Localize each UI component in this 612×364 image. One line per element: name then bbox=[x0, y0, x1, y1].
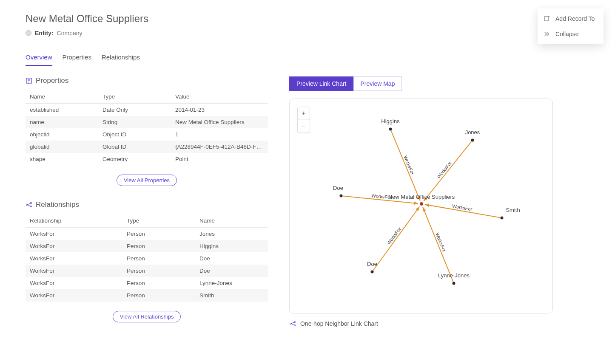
add-record-icon bbox=[544, 15, 550, 22]
props-cell-value: New Metal Office Suppliers bbox=[171, 116, 268, 128]
svg-text:New Metal Office Suppliers: New Metal Office Suppliers bbox=[388, 194, 455, 200]
svg-point-24 bbox=[420, 202, 423, 206]
table-row: WorksForPersonHiggins bbox=[26, 240, 268, 252]
svg-line-8 bbox=[424, 141, 472, 201]
props-cell-name: globalid bbox=[26, 141, 98, 153]
chevrons-right-icon bbox=[544, 31, 550, 37]
tab-relationships[interactable]: Relationships bbox=[102, 54, 140, 66]
props-cell-type: Global ID bbox=[98, 141, 171, 153]
table-row: WorksForPersonSmith bbox=[26, 289, 268, 302]
props-cell-value: Point bbox=[171, 153, 268, 165]
add-record-to-item[interactable]: Add Record To bbox=[538, 11, 603, 26]
chart-footer-text: One-hop Neighbor Link Chart bbox=[300, 320, 378, 327]
svg-point-39 bbox=[294, 325, 296, 326]
props-header-value: Value bbox=[171, 90, 268, 104]
props-cell-value: 2014-01-23 bbox=[171, 104, 268, 116]
relationship-name-link[interactable]: Doe bbox=[195, 265, 268, 277]
svg-point-38 bbox=[294, 322, 296, 323]
zoom-out-button[interactable]: − bbox=[298, 120, 310, 133]
svg-text:Doe: Doe bbox=[333, 185, 343, 191]
props-cell-type: Date Only bbox=[98, 104, 171, 116]
svg-line-5 bbox=[391, 131, 420, 201]
relationship-type: Person bbox=[122, 228, 195, 240]
relationship-link[interactable]: WorksFor bbox=[26, 240, 122, 252]
entity-type-row: Entity: Company bbox=[26, 30, 586, 37]
collapse-item[interactable]: Collapse bbox=[538, 26, 603, 42]
svg-point-2 bbox=[26, 204, 28, 206]
props-cell-value: 1 bbox=[171, 128, 268, 141]
rels-header-type: Type bbox=[122, 214, 195, 228]
preview-link-chart-tab[interactable]: Preview Link Chart bbox=[289, 76, 353, 91]
svg-point-37 bbox=[290, 323, 291, 324]
svg-text:WorksFor: WorksFor bbox=[386, 226, 402, 245]
relationship-link[interactable]: WorksFor bbox=[26, 277, 122, 289]
relationship-name-link[interactable]: Jones bbox=[195, 228, 268, 240]
table-row: establishedDate Only2014-01-23 bbox=[26, 104, 268, 116]
table-row: WorksForPersonLynne-Jones bbox=[26, 277, 268, 289]
svg-text:WorksFor: WorksFor bbox=[452, 203, 473, 212]
svg-text:WorksFor: WorksFor bbox=[436, 160, 453, 179]
svg-line-17 bbox=[373, 206, 419, 270]
relationship-type: Person bbox=[122, 277, 195, 289]
table-row: objectidObject ID1 bbox=[26, 128, 268, 141]
relationship-link[interactable]: WorksFor bbox=[26, 252, 122, 265]
props-cell-name: shape bbox=[26, 153, 98, 165]
entity-label: Entity: bbox=[35, 30, 54, 37]
relationship-link[interactable]: WorksFor bbox=[26, 228, 122, 240]
relationships-table: Relationship Type Name WorksForPersonJon… bbox=[26, 214, 268, 302]
svg-line-20 bbox=[423, 207, 453, 282]
properties-section-title: Properties bbox=[26, 76, 268, 85]
relationship-name-link[interactable]: Higgins bbox=[195, 240, 268, 252]
relationship-name-link[interactable]: Lynne-Jones bbox=[195, 277, 268, 289]
relationship-link[interactable]: WorksFor bbox=[26, 289, 122, 302]
preview-tabs: Preview Link Chart Preview Map bbox=[289, 76, 586, 91]
svg-text:Jones: Jones bbox=[465, 129, 480, 135]
table-row: shapeGeometryPoint bbox=[26, 153, 268, 165]
svg-point-4 bbox=[31, 206, 32, 207]
svg-point-25 bbox=[389, 128, 392, 131]
props-header-name: Name bbox=[26, 90, 98, 104]
props-cell-name: established bbox=[26, 104, 98, 116]
view-all-properties-button[interactable]: View All Properties bbox=[117, 175, 177, 186]
relationships-section-title: Relationships bbox=[26, 200, 268, 209]
link-chart-canvas[interactable]: + − WorksForWorksForWorksForWorksForWork… bbox=[289, 99, 553, 313]
properties-title-text: Properties bbox=[36, 76, 68, 85]
relationship-name-link[interactable]: Smith bbox=[195, 289, 268, 302]
props-cell-name: objectid bbox=[26, 128, 98, 141]
context-menu: Add Record To Collapse bbox=[538, 8, 603, 44]
tab-properties[interactable]: Properties bbox=[63, 54, 91, 66]
svg-text:Doe: Doe bbox=[367, 261, 377, 267]
tab-overview[interactable]: Overview bbox=[26, 54, 52, 66]
zoom-in-button[interactable]: + bbox=[298, 107, 310, 120]
relationship-type: Person bbox=[122, 289, 195, 302]
svg-text:Lynne-Jones: Lynne-Jones bbox=[438, 272, 470, 279]
svg-text:WorksFor: WorksFor bbox=[435, 232, 447, 253]
svg-point-3 bbox=[31, 203, 32, 204]
rels-header-name: Name bbox=[195, 214, 268, 228]
svg-text:Higgins: Higgins bbox=[381, 118, 400, 124]
collapse-label: Collapse bbox=[555, 31, 578, 37]
svg-point-29 bbox=[340, 195, 343, 198]
view-all-relationships-button[interactable]: View All Relationships bbox=[113, 311, 181, 322]
properties-table: Name Type Value establishedDate Only2014… bbox=[26, 90, 268, 165]
entity-value: Company bbox=[57, 30, 83, 37]
relationships-title-text: Relationships bbox=[36, 200, 79, 209]
props-cell-name: name bbox=[26, 116, 98, 128]
table-row: nameStringNew Metal Office Suppliers bbox=[26, 116, 268, 128]
svg-text:WorksFor: WorksFor bbox=[403, 155, 415, 176]
svg-point-33 bbox=[371, 271, 374, 274]
relationship-type: Person bbox=[122, 240, 195, 252]
main-tabs: Overview Properties Relationships bbox=[26, 54, 586, 66]
preview-map-tab[interactable]: Preview Map bbox=[353, 76, 402, 91]
props-cell-type: Object ID bbox=[98, 128, 171, 141]
table-row: WorksForPersonDoe bbox=[26, 265, 268, 277]
add-record-label: Add Record To bbox=[555, 15, 595, 22]
table-row: WorksForPersonJones bbox=[26, 228, 268, 240]
relationship-link[interactable]: WorksFor bbox=[26, 265, 122, 277]
svg-point-35 bbox=[453, 282, 455, 285]
svg-point-27 bbox=[471, 139, 474, 142]
table-row: globalidGlobal ID{A228944F-0EF5-412A-B48… bbox=[26, 141, 268, 153]
svg-marker-18 bbox=[416, 206, 419, 211]
relationship-name-link[interactable]: Doe bbox=[195, 252, 268, 265]
entity-dot-icon bbox=[26, 30, 31, 36]
